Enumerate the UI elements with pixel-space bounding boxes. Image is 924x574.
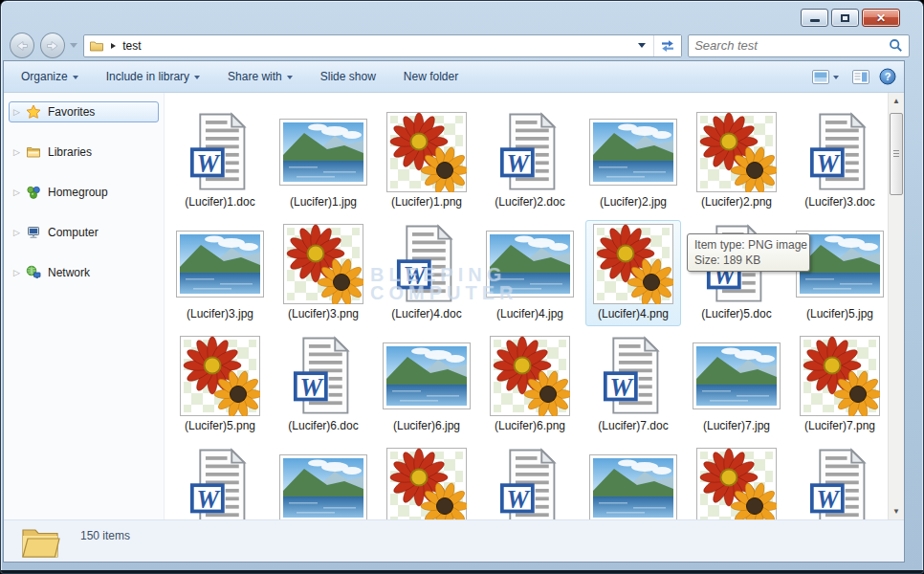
network-icon [25, 265, 42, 280]
item-tooltip: Item type: PNG image Size: 189 KB [687, 233, 810, 272]
file-tile-(Lucifer)6.doc[interactable]: (Lucifer)6.doc [275, 332, 371, 438]
file-grid: (Lucifer)1.doc (Lucifer)1.jpg (Lucifer)1… [165, 93, 888, 519]
libraries-icon [25, 144, 42, 160]
status-folder-icon [19, 522, 61, 561]
toolbar-right: ? [808, 67, 896, 87]
scroll-down-button[interactable]: ▼ [889, 503, 904, 519]
file-tile-(Lucifer)2.doc[interactable]: (Lucifer)2.doc [482, 108, 578, 214]
expander-icon[interactable]: ▷ [13, 228, 25, 237]
caption-buttons: ✕ [801, 9, 900, 27]
expander-icon[interactable]: ▷ [13, 107, 25, 117]
command-toolbar: Organize Include in library Share with S… [4, 61, 904, 93]
expander-icon[interactable]: ▷ [13, 268, 25, 277]
address-bar[interactable]: test [83, 34, 682, 57]
minimize-button[interactable] [801, 9, 828, 27]
file-tile-(Lucifer)6.png[interactable]: (Lucifer)6.png [482, 332, 578, 438]
explorer-window: ✕ test [0, 0, 924, 574]
recent-pages-dropdown[interactable] [70, 43, 77, 48]
main-area: ▷ Favorites ▷ Libraries ▷ Homegroup ▷ Co… [4, 93, 904, 519]
file-tile-(Lucifer)7.doc[interactable]: (Lucifer)7.doc [585, 332, 681, 438]
svg-text:?: ? [885, 71, 891, 82]
content-pane: (Lucifer)1.doc (Lucifer)1.jpg (Lucifer)1… [165, 93, 888, 519]
search-box [688, 34, 910, 57]
search-input[interactable] [694, 38, 889, 53]
sidebar-item-libraries[interactable]: ▷ Libraries [9, 142, 159, 163]
toolbar-item-new-folder[interactable]: New folder [404, 70, 458, 83]
scroll-up-button[interactable]: ▲ [889, 93, 904, 109]
file-tile-(Lucifer)1.png[interactable]: (Lucifer)1.png [379, 108, 474, 214]
file-tile-(Lucifer)4.doc[interactable]: (Lucifer)4.doc [379, 220, 474, 326]
navigation-bar: test [4, 31, 910, 60]
file-tile[interactable] [482, 444, 578, 519]
breadcrumb[interactable]: test [122, 39, 638, 53]
file-tile-(Lucifer)4.png[interactable]: (Lucifer)4.png [585, 220, 681, 326]
file-tile[interactable] [379, 444, 474, 519]
toolbar-item-share-with[interactable]: Share with [228, 70, 293, 83]
status-bar: 150 items [4, 519, 904, 562]
file-tile-(Lucifer)4.jpg[interactable]: (Lucifer)4.jpg [482, 220, 578, 326]
dropdown-caret-icon [73, 76, 78, 79]
views-dropdown-icon [833, 76, 839, 79]
file-tile-(Lucifer)1.jpg[interactable]: (Lucifer)1.jpg [275, 108, 371, 214]
file-tile-(Lucifer)1.doc[interactable]: (Lucifer)1.doc [172, 108, 268, 214]
tooltip-item-type: Item type: PNG image [694, 237, 803, 253]
file-tile-(Lucifer)6.jpg[interactable]: (Lucifer)6.jpg [379, 332, 474, 438]
file-tile[interactable] [172, 444, 268, 519]
sidebar-item-homegroup[interactable]: ▷ Homegroup [9, 182, 159, 203]
file-tile[interactable] [689, 444, 784, 519]
vertical-scrollbar[interactable]: ▲ ▼ [888, 93, 904, 519]
sidebar-item-favorites[interactable]: ▷ Favorites [9, 101, 159, 122]
dropdown-caret-icon [194, 76, 200, 79]
expander-icon[interactable]: ▷ [13, 188, 25, 197]
tooltip-size: Size: 189 KB [694, 253, 803, 268]
star-icon [25, 104, 42, 120]
back-arrow-icon [14, 38, 30, 54]
maximize-button[interactable] [831, 9, 859, 27]
back-button[interactable] [10, 33, 34, 58]
preview-pane-button[interactable] [852, 70, 869, 84]
minimize-icon [810, 19, 820, 22]
file-tile-(Lucifer)7.jpg[interactable]: (Lucifer)7.jpg [689, 332, 784, 438]
file-tile-(Lucifer)3.jpg[interactable]: (Lucifer)3.jpg [172, 220, 268, 326]
change-view-button[interactable] [808, 67, 843, 87]
file-tile-(Lucifer)7.png[interactable]: (Lucifer)7.png [792, 332, 888, 438]
navigation-pane: ▷ Favorites ▷ Libraries ▷ Homegroup ▷ Co… [4, 93, 165, 519]
toolbar-items: Organize Include in library Share with S… [21, 70, 486, 83]
file-tile-(Lucifer)2.png[interactable]: (Lucifer)2.png [689, 108, 784, 214]
refresh-button[interactable] [653, 35, 681, 56]
file-tile[interactable] [275, 444, 371, 519]
file-tile-(Lucifer)2.jpg[interactable]: (Lucifer)2.jpg [585, 108, 681, 214]
toolbar-item-include-in-library[interactable]: Include in library [106, 70, 200, 83]
views-icon [812, 70, 829, 84]
scrollbar-thumb[interactable] [890, 113, 903, 195]
help-icon: ? [879, 68, 896, 85]
dropdown-caret-icon [287, 76, 293, 79]
client-area: Organize Include in library Share with S… [3, 60, 905, 563]
refresh-icon [660, 38, 675, 54]
toolbar-item-slide-show[interactable]: Slide show [320, 70, 376, 83]
close-icon: ✕ [876, 11, 886, 25]
homegroup-icon [25, 185, 42, 200]
forward-button[interactable] [40, 33, 65, 58]
close-button[interactable]: ✕ [862, 9, 900, 27]
help-button[interactable]: ? [879, 68, 896, 85]
window-bottom-edge [1, 570, 923, 573]
scrollbar-grip [893, 150, 899, 159]
file-tile-(Lucifer)3.png[interactable]: (Lucifer)3.png [275, 220, 371, 326]
address-dropdown-icon[interactable] [638, 43, 646, 48]
search-icon[interactable] [889, 38, 903, 53]
file-tile[interactable] [792, 444, 888, 519]
sidebar-item-computer[interactable]: ▷ Computer [9, 222, 159, 243]
preview-pane-icon [852, 70, 869, 84]
breadcrumb-arrow-icon[interactable] [111, 43, 116, 49]
folder-icon [89, 38, 104, 54]
sidebar-item-network[interactable]: ▷ Network [9, 262, 159, 283]
forward-arrow-icon [45, 38, 60, 54]
expander-icon[interactable]: ▷ [13, 147, 25, 157]
file-tile-(Lucifer)3.doc[interactable]: (Lucifer)3.doc [792, 108, 888, 214]
file-tile-(Lucifer)5.png[interactable]: (Lucifer)5.png [172, 332, 268, 438]
computer-icon [25, 225, 42, 240]
toolbar-item-organize[interactable]: Organize [21, 70, 78, 83]
file-tile[interactable] [585, 444, 681, 519]
maximize-icon [841, 14, 849, 22]
